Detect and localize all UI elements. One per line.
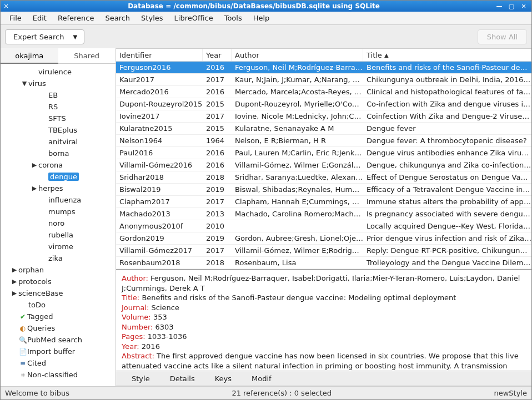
- menu-tools[interactable]: Tools: [219, 12, 248, 24]
- tree-item-todo[interactable]: toDo: [1, 299, 116, 311]
- header-author[interactable]: Author: [232, 49, 363, 61]
- tree-item-virus[interactable]: ▼virus: [1, 78, 116, 89]
- tree-item-label: Cited: [27, 359, 46, 367]
- tree-item-non-classified[interactable]: ⌗Non-classified: [1, 369, 116, 381]
- tree-item-herpes[interactable]: ▶herpes: [1, 183, 116, 194]
- tab-keys[interactable]: Keys: [215, 374, 232, 383]
- cell-author: Villamil-Gómez, Wilmer E;González-C...: [232, 161, 363, 169]
- tree-arrow-icon: ▶: [11, 278, 18, 285]
- sidebar-tab-user[interactable]: okajima: [1, 48, 58, 64]
- table-row[interactable]: Dupont-Rouzeyrol20152015Dupont-Rouzeyrol…: [116, 98, 531, 110]
- tree-item-sfts[interactable]: SFTS: [1, 113, 116, 124]
- cell-year: 2017: [203, 112, 232, 120]
- cell-author: Kularatne, Senanayake A M: [232, 124, 363, 133]
- header-year[interactable]: Year: [203, 49, 232, 61]
- cell-year: 2015: [203, 100, 232, 108]
- tree-item-mumps[interactable]: mumps: [1, 206, 116, 217]
- tree-item-label: anitviral: [48, 138, 78, 146]
- tree-item-influenza[interactable]: influenza: [1, 194, 116, 206]
- table-row[interactable]: Nelson19641964Nelson, E R;Bierman, H RDe…: [116, 135, 531, 147]
- cell-year: 2016: [203, 161, 232, 169]
- menu-reference[interactable]: Reference: [52, 12, 99, 24]
- table-row[interactable]: Ferguson20162016Ferguson, Neil M;Rodrígu…: [116, 62, 531, 74]
- maximize-icon[interactable]: ▢: [508, 3, 515, 9]
- tree-item-corona[interactable]: ▶corona: [1, 159, 116, 171]
- tree-item-label: corona: [38, 161, 63, 169]
- table-row[interactable]: Villamil-Gómez20172017Villamil-Gómez, Wi…: [116, 245, 531, 257]
- tree-item-tagged[interactable]: ✔Tagged: [1, 311, 116, 322]
- cell-id: Kaur2017: [116, 75, 203, 84]
- table-row[interactable]: Villamil-Gómez20162016Villamil-Gómez, Wi…: [116, 159, 531, 171]
- tree-item-noro[interactable]: noro: [1, 217, 116, 229]
- tree-item-label: scienceBase: [18, 289, 63, 297]
- cell-author: Ferguson, Neil M;Rodríguez-Barraqu...: [232, 63, 363, 72]
- cell-year: 2018: [203, 259, 232, 267]
- tree-item-label: EB: [48, 91, 58, 99]
- table-row[interactable]: Clapham20172017Clapham, Hannah E;Cumming…: [116, 196, 531, 208]
- tree-item-protocols[interactable]: ▶protocols: [1, 276, 116, 287]
- menu-styles[interactable]: Styles: [135, 12, 168, 24]
- tree-item-label: toDo: [28, 301, 46, 309]
- tree-item-import-buffer[interactable]: 📄Import buffer: [1, 346, 116, 357]
- tree-item-borna[interactable]: borna: [1, 148, 116, 159]
- cell-id: Sridhar2018: [116, 173, 203, 181]
- tree-item-virome[interactable]: virome: [1, 241, 116, 252]
- tree-item-virulence[interactable]: virulence: [1, 66, 116, 78]
- tree-item-tbeplus[interactable]: TBEplus: [1, 124, 116, 136]
- close-icon[interactable]: ✕: [3, 3, 9, 9]
- cell-id: Gordon2019: [116, 234, 203, 242]
- tree-item-zika[interactable]: zika: [1, 252, 116, 264]
- detail-pane: Author: Ferguson, Neil M;Rodríguez-Barra…: [116, 270, 531, 371]
- tab-details[interactable]: Details: [170, 374, 195, 383]
- close-icon-right[interactable]: ✕: [520, 3, 527, 9]
- tree-item-pubmed-search[interactable]: 🔍PubMed search: [1, 334, 116, 346]
- tree-item-rubella[interactable]: rubella: [1, 229, 116, 241]
- expert-search-dropdown[interactable]: Expert Search ▼: [5, 29, 84, 44]
- tab-modif[interactable]: Modif: [252, 374, 272, 383]
- tree-item-orphan[interactable]: ▶orphan: [1, 264, 116, 276]
- tree-item-cited[interactable]: ≡Cited: [1, 357, 116, 369]
- cell-year: 2017: [203, 198, 232, 206]
- tab-style[interactable]: Style: [132, 374, 150, 383]
- table-row[interactable]: Sridhar20182018Sridhar, Saranya;Luedtke,…: [116, 171, 531, 184]
- menu-file[interactable]: File: [4, 12, 27, 24]
- tree-item-dengue[interactable]: dengue: [1, 171, 116, 183]
- minimize-icon[interactable]: —: [496, 3, 503, 9]
- table-row[interactable]: Kularatne20152015Kularatne, Senanayake A…: [116, 123, 531, 135]
- header-title[interactable]: Title ▲: [363, 49, 531, 61]
- cell-title: Is pregnancy associated with severe deng…: [363, 210, 531, 218]
- cell-id: Ferguson2016: [116, 63, 203, 72]
- tagged-icon: ✔: [18, 313, 27, 321]
- table-row[interactable]: Kaur20172017Kaur, N;Jain, J;Kumar, A;Nar…: [116, 74, 531, 86]
- table-row[interactable]: Biswal20192019Biswal, Shibadas;Reynales,…: [116, 184, 531, 196]
- table-row[interactable]: Rosenbaum20182018Rosenbaum, LisaTrolleyo…: [116, 257, 531, 269]
- tree-arrow-icon: ▶: [31, 161, 38, 169]
- detail-abstract: The first approved dengue vaccine has no…: [122, 352, 520, 371]
- menu-search[interactable]: Search: [99, 12, 135, 24]
- tree-item-sciencebase[interactable]: ▶scienceBase: [1, 287, 116, 299]
- show-all-button[interactable]: Show All: [478, 29, 527, 44]
- table-row[interactable]: Machado20132013Machado, Carolina Romero;…: [116, 208, 531, 220]
- menu-help[interactable]: Help: [248, 12, 275, 24]
- cell-title: Clinical and histopathological features …: [363, 88, 531, 96]
- sidebar-tab-shared[interactable]: Shared: [58, 48, 116, 64]
- table-body[interactable]: Ferguson20162016Ferguson, Neil M;Rodrígu…: [116, 62, 531, 269]
- tree-item-anitviral[interactable]: anitviral: [1, 136, 116, 148]
- cell-author: Rosenbaum, Lisa: [232, 259, 363, 267]
- table-row[interactable]: Gordon20192019Gordon, Aubree;Gresh, Lion…: [116, 232, 531, 245]
- tree-item-queries[interactable]: ◐Queries: [1, 322, 116, 334]
- table-row[interactable]: Paul20162016Paul, Lauren M;Carlin, Eric …: [116, 147, 531, 159]
- menu-libreoffice[interactable]: LibreOffice: [169, 12, 219, 24]
- table-row[interactable]: Anonymous2010f2010Locally acquired Dengu…: [116, 220, 531, 232]
- cell-title: Dengue fever: [363, 124, 531, 133]
- table-row[interactable]: Iovine20172017Iovine, Nicole M;Lednicky,…: [116, 110, 531, 123]
- pubmed-search-icon: 🔍: [18, 336, 27, 344]
- tree-item-eb[interactable]: EB: [1, 89, 116, 101]
- tree-item-label: Import buffer: [27, 347, 75, 356]
- tree-item-rs[interactable]: RS: [1, 101, 116, 113]
- cell-author: Clapham, Hannah E;Cummings, Der...: [232, 198, 363, 206]
- header-identifier[interactable]: Identifier: [116, 49, 203, 61]
- tree[interactable]: virulence▼virusEBRSSFTSTBEplusanitviralb…: [1, 64, 116, 386]
- menu-edit[interactable]: Edit: [27, 12, 52, 24]
- table-row[interactable]: Mercado20162016Mercado, Marcela;Acosta-R…: [116, 86, 531, 98]
